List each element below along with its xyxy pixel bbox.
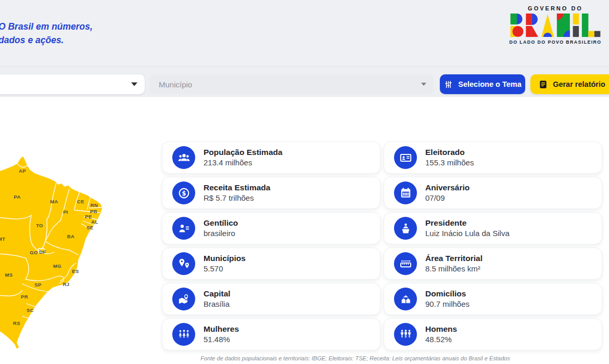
id-card-icon xyxy=(394,146,417,169)
page: O Brasil em números, dados e ações. GOVE… xyxy=(0,0,609,364)
card-title: Mulheres xyxy=(204,324,239,334)
select-theme-button[interactable]: Selecione o Tema xyxy=(440,74,525,94)
info-card: PresidenteLuiz Inácio Lula da Silva xyxy=(384,212,602,244)
houses-icon xyxy=(394,288,417,310)
card-value: 5.570 xyxy=(204,264,246,274)
card-value: 155.3 milhões xyxy=(425,158,474,167)
caret-down-icon xyxy=(131,83,137,86)
info-card: Mulheres51.48% xyxy=(162,318,380,350)
dollar-icon: $ xyxy=(172,181,195,204)
info-card: Gentílicobrasileiro xyxy=(162,212,380,244)
header: O Brasil em números, dados e ações. GOVE… xyxy=(0,0,609,67)
cards-left-column: População Estimada213.4 milhões$Receita … xyxy=(162,141,380,350)
podium-icon xyxy=(394,217,417,240)
brasil-logo-word xyxy=(509,13,602,38)
card-title: Receita Estimada xyxy=(204,183,270,193)
map-pins-icon xyxy=(172,252,195,275)
map-pin-icon xyxy=(172,288,195,310)
filter-bar: Município Selecione o Tema Gera xyxy=(0,67,609,97)
info-card: Municípios5.570 xyxy=(162,248,380,280)
generate-report-button[interactable]: Gerar relatório xyxy=(530,74,609,94)
card-title: Aniversário xyxy=(425,183,470,193)
tagline-line2: dados e ações. xyxy=(0,33,93,47)
svg-text:$: $ xyxy=(182,189,186,197)
logo-bottom-text: DO LADO DO POVO BRASILEIRO xyxy=(509,40,601,45)
men-icon xyxy=(394,323,417,346)
gov-brasil-logo: GOVERNO DO xyxy=(506,5,605,45)
card-value: 51.48% xyxy=(204,335,239,344)
info-card: População Estimada213.4 milhões xyxy=(162,141,380,174)
women-icon xyxy=(172,323,195,346)
card-title: Eleitorado xyxy=(425,148,474,158)
tagline: O Brasil em números, dados e ações. xyxy=(0,20,93,47)
municipality-placeholder: Município xyxy=(159,80,192,89)
info-card: $Receita EstimadaR$ 5.7 trilhões xyxy=(162,177,380,209)
sliders-icon xyxy=(443,80,453,89)
info-card: Domicílios90.7 milhões xyxy=(384,283,602,315)
cards-right-column: Eleitorado155.3 milhõesAniversário07/09P… xyxy=(384,141,602,350)
card-title: Capital xyxy=(204,289,231,299)
generate-report-label: Gerar relatório xyxy=(553,80,605,88)
logo-top-text: GOVERNO DO xyxy=(528,5,583,11)
card-title: Municípios xyxy=(204,254,246,264)
card-title: Área Territorial xyxy=(425,254,483,264)
card-value: 90.7 milhões xyxy=(425,300,470,309)
card-value: 07/09 xyxy=(425,193,470,203)
people-icon xyxy=(172,146,195,169)
select-theme-label: Selecione o Tema xyxy=(458,80,521,88)
calendar-icon xyxy=(394,181,417,204)
state-select[interactable] xyxy=(0,74,145,94)
brazil-map-svg[interactable] xyxy=(0,145,109,358)
card-value: 48.52% xyxy=(425,335,457,344)
info-card: Eleitorado155.3 milhões xyxy=(384,141,602,174)
card-value: 8.5 milhões km² xyxy=(425,264,483,274)
info-card: CapitalBrasília xyxy=(162,283,380,315)
card-title: Presidente xyxy=(425,218,510,228)
person-lines-icon xyxy=(172,217,195,240)
card-value: Luiz Inácio Lula da Silva xyxy=(425,229,510,238)
document-icon xyxy=(538,80,548,89)
card-value: R$ 5.7 trilhões xyxy=(204,193,270,203)
ruler-icon xyxy=(394,252,417,275)
tagline-line1: O Brasil em números, xyxy=(0,20,93,33)
footer-source: Fonte de dados populacionais e territori… xyxy=(102,355,609,361)
info-card: Homens48.52% xyxy=(384,318,602,350)
card-value: 213.4 milhões xyxy=(204,158,283,167)
card-title: Domicílios xyxy=(425,289,470,299)
card-value: brasileiro xyxy=(204,229,238,238)
card-title: Homens xyxy=(425,324,457,334)
brazil-map[interactable]: APPAMACERNPBPIPEALSETOBAMTGODFMGESMSSPRJ… xyxy=(0,145,109,358)
municipality-select[interactable]: Município xyxy=(149,74,434,94)
caret-down-icon xyxy=(421,83,426,86)
card-value: Brasília xyxy=(204,300,231,309)
card-title: População Estimada xyxy=(204,148,283,158)
info-card: Área Territorial8.5 milhões km² xyxy=(384,248,602,280)
info-card: Aniversário07/09 xyxy=(384,177,602,209)
card-title: Gentílico xyxy=(204,218,238,228)
